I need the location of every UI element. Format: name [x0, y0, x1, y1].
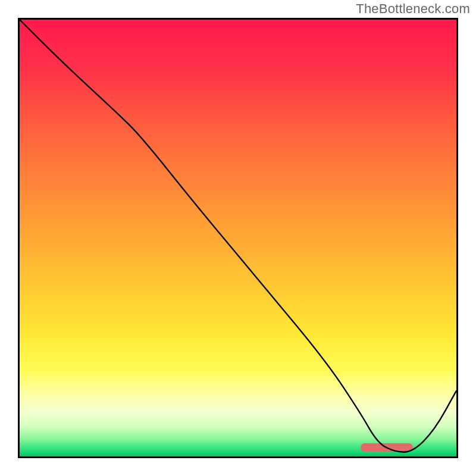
chart-canvas: TheBottleneck.com — [0, 0, 476, 476]
bottleneck-curve — [20, 20, 456, 456]
plot-area — [18, 18, 458, 458]
watermark-text: TheBottleneck.com — [356, 1, 470, 17]
